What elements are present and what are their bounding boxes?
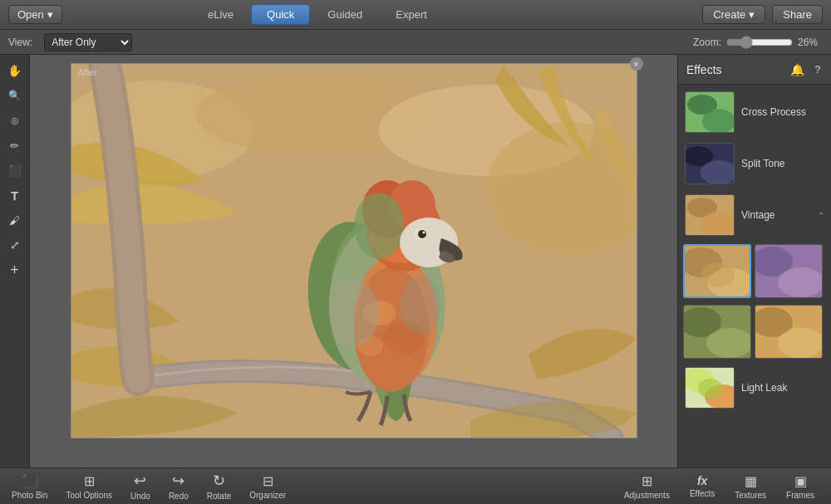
bottom-right-panels: ⊞ Adjustments fx Effects ▦ Textures ▣ Fr… — [616, 470, 823, 503]
effects-panel-label: Effects — [690, 489, 715, 498]
svg-rect-57 — [755, 306, 823, 359]
cross-process-item[interactable]: Cross Process — [683, 90, 826, 135]
svg-rect-53 — [684, 306, 751, 359]
redo-button[interactable]: ↪ Redo — [165, 470, 192, 502]
text-tool[interactable]: T — [4, 184, 26, 206]
vintage-thumb — [685, 194, 735, 236]
vintage-label: Vintage — [741, 209, 774, 221]
zoom-tool[interactable]: 🔍 — [4, 85, 26, 106]
canvas-label: After — [78, 67, 97, 77]
effects-list: Cross Process Split Tone — [678, 85, 831, 467]
textures-panel-button[interactable]: ▦ Textures — [726, 470, 774, 503]
adjustments-label: Adjustments — [624, 491, 670, 500]
open-label: Open — [17, 8, 44, 21]
share-button[interactable]: Share — [772, 5, 823, 24]
photo-bin-button[interactable]: ⬛ Photo Bin — [8, 472, 51, 502]
split-tone-label: Split Tone — [741, 158, 784, 169]
photo-bin-icon: ⬛ — [22, 473, 38, 489]
tool-options-button[interactable]: ⊞ Tool Options — [62, 472, 116, 502]
textures-label: Textures — [735, 491, 766, 500]
split-tone-item[interactable]: Split Tone — [683, 141, 826, 186]
tab-expert[interactable]: Expert — [380, 4, 443, 25]
left-toolbar: ✋ 🔍 ◎ ✏ ⬛ T 🖌 ⤢ + — [0, 55, 30, 467]
open-button[interactable]: Open ▾ — [8, 5, 62, 24]
vintage-sub-row2 — [683, 305, 826, 359]
rotate-icon: ↻ — [213, 472, 225, 490]
paint-tool[interactable]: 🖌 — [4, 209, 26, 231]
svg-rect-40 — [686, 195, 735, 236]
view-select[interactable]: After Only Before Only Before & After — [44, 33, 132, 51]
tab-elive[interactable]: eLive — [192, 4, 249, 25]
organizer-button[interactable]: ⊟ Organizer — [246, 472, 289, 502]
right-panel: Effects 🔔 ? Cross Process — [677, 55, 831, 467]
view-label: View: — [8, 37, 32, 48]
vintage-collapse-icon[interactable]: ⌃ — [818, 211, 824, 220]
close-button[interactable]: × — [630, 57, 643, 71]
second-bar: View: After Only Before Only Before & Af… — [0, 30, 831, 55]
split-tone-thumb — [685, 143, 735, 184]
effects-panel-icon: fx — [697, 474, 707, 487]
effects-bell-button[interactable]: 🔔 — [789, 61, 806, 78]
textures-icon: ▦ — [745, 473, 757, 489]
add-tool[interactable]: + — [4, 259, 26, 281]
tab-guided[interactable]: Guided — [312, 4, 378, 25]
effects-panel-button[interactable]: fx Effects — [681, 471, 723, 502]
vintage-sub-2[interactable] — [755, 244, 823, 298]
zoom-container: Zoom: 26% — [693, 36, 823, 49]
frames-panel-button[interactable]: ▣ Frames — [778, 470, 823, 503]
svg-rect-45 — [685, 246, 751, 298]
frames-label: Frames — [786, 491, 814, 500]
parrot-svg — [71, 64, 637, 438]
effects-header: Effects 🔔 ? — [678, 55, 831, 85]
rotate-label: Rotate — [207, 492, 231, 501]
svg-rect-32 — [686, 92, 735, 133]
undo-icon: ↩ — [134, 472, 146, 490]
zoom-label: Zoom: — [693, 37, 721, 48]
parrot-image — [71, 64, 637, 438]
svg-rect-49 — [755, 245, 823, 298]
vintage-sub-4[interactable] — [755, 305, 823, 359]
zoom-slider[interactable] — [726, 36, 793, 49]
nav-tabs: eLive Quick Guided Expert — [192, 4, 443, 25]
zoom-value: 26% — [798, 37, 823, 48]
effects-help-button[interactable]: ? — [813, 61, 823, 78]
adjustments-panel-button[interactable]: ⊞ Adjustments — [616, 470, 678, 503]
brush-tool[interactable]: ✏ — [4, 135, 26, 156]
main-layout: ✋ 🔍 ◎ ✏ ⬛ T 🖌 ⤢ + × After — [0, 55, 831, 467]
effects-header-icons: 🔔 ? — [789, 61, 823, 78]
bottom-left-tools: ⬛ Photo Bin ⊞ Tool Options ↩ Undo ↪ Redo… — [8, 470, 289, 502]
redo-label: Redo — [169, 492, 189, 501]
light-leak-item[interactable]: Light Leak — [683, 365, 826, 410]
rotate-button[interactable]: ↻ Rotate — [204, 470, 234, 502]
undo-label: Undo — [130, 492, 150, 501]
cross-process-thumb — [685, 91, 735, 133]
effects-title: Effects — [686, 63, 722, 76]
organizer-icon: ⊟ — [263, 473, 273, 489]
vintage-sub-1[interactable] — [683, 244, 751, 298]
cross-process-label: Cross Process — [741, 106, 806, 118]
stamp-tool[interactable]: ⬛ — [4, 159, 26, 181]
svg-rect-36 — [686, 144, 735, 184]
create-button[interactable]: Create ▾ — [702, 5, 765, 24]
undo-button[interactable]: ↩ Undo — [127, 470, 154, 502]
light-leak-thumb — [685, 367, 735, 409]
hand-tool[interactable]: ✋ — [4, 60, 26, 81]
select-tool[interactable]: ◎ — [4, 110, 26, 131]
canvas-frame: × After — [71, 63, 637, 438]
canvas-area: × After — [30, 55, 677, 467]
svg-rect-62 — [686, 368, 735, 409]
top-bar: Open ▾ eLive Quick Guided Expert Create … — [0, 0, 831, 30]
vintage-sub-3[interactable] — [683, 305, 751, 359]
bottom-bar: ⬛ Photo Bin ⊞ Tool Options ↩ Undo ↪ Redo… — [0, 467, 831, 504]
redo-icon: ↪ — [172, 472, 184, 490]
light-leak-label: Light Leak — [741, 382, 787, 394]
frames-icon: ▣ — [794, 473, 807, 489]
tab-quick[interactable]: Quick — [251, 4, 310, 25]
transform-tool[interactable]: ⤢ — [4, 234, 26, 256]
photo-bin-label: Photo Bin — [12, 491, 47, 500]
tool-options-icon: ⊞ — [84, 473, 95, 489]
vintage-item[interactable]: Vintage ⌃ — [683, 193, 826, 237]
vintage-sub-row1 — [683, 244, 826, 298]
svg-rect-28 — [71, 64, 637, 438]
create-arrow-icon: ▾ — [749, 8, 755, 21]
